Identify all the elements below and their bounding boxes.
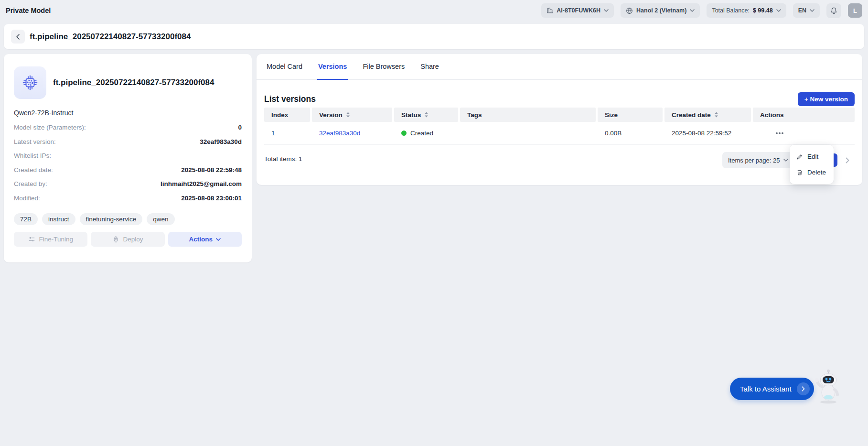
- row-actions-ellipsis-button[interactable]: [774, 130, 785, 137]
- balance-selector[interactable]: Total Balance: $ 99.48: [707, 3, 786, 18]
- assistant-label: Talk to Assistant: [740, 385, 792, 393]
- column-header-actions: Actions: [753, 108, 855, 122]
- new-version-button[interactable]: + New version: [798, 92, 855, 106]
- field-label: Whitelist IPs:: [14, 152, 51, 159]
- topbar: Private Model AI-8T0FUWK6H Hanoi 2 (Viet…: [0, 0, 868, 21]
- tab-model-card[interactable]: Model Card: [266, 54, 303, 80]
- fine-tuning-label: Fine-Tuning: [39, 236, 73, 243]
- region-selector[interactable]: Hanoi 2 (Vietnam): [621, 3, 700, 18]
- model-tag: finetuning-service: [80, 213, 143, 225]
- next-page-button[interactable]: [842, 155, 853, 165]
- tab-versions[interactable]: Versions: [317, 54, 348, 80]
- language-selector[interactable]: EN: [793, 3, 820, 18]
- chevron-right-icon: [797, 382, 810, 395]
- notifications-button[interactable]: [826, 3, 841, 18]
- model-title: ft.pipeline_20250722140827-57733200f084: [53, 78, 214, 87]
- assistant-robot-mascot[interactable]: [812, 367, 844, 406]
- field-label: Created date:: [14, 166, 53, 174]
- globe-icon: [626, 7, 633, 14]
- rocket-icon: [112, 236, 119, 243]
- page-title: Private Model: [6, 7, 51, 14]
- balance-value: $ 99.48: [753, 7, 773, 14]
- sliders-icon: [28, 236, 35, 243]
- model-detail-panel: Model Card Versions File Browsers Share …: [257, 54, 862, 185]
- cell-created-date: 2025-08-08 22:59:52: [664, 130, 751, 137]
- sort-carets-icon[interactable]: [714, 112, 718, 118]
- field-value: 0: [238, 124, 242, 131]
- field-label: Created by:: [14, 180, 47, 187]
- chevron-left-icon: [16, 34, 20, 40]
- cell-version: 32eaf983a30d: [312, 130, 392, 137]
- pencil-icon: [796, 153, 803, 160]
- list-versions-heading: List versions: [264, 94, 316, 104]
- cell-status: Created: [394, 130, 458, 137]
- tab-file-browsers[interactable]: File Browsers: [362, 54, 406, 80]
- fine-tuning-button[interactable]: Fine-Tuning: [14, 232, 87, 247]
- column-header-status[interactable]: Status: [394, 108, 458, 122]
- version-link[interactable]: 32eaf983a30d: [319, 130, 360, 137]
- column-header-created-date[interactable]: Created date: [664, 108, 751, 122]
- items-per-page-label: Items per page: 25: [728, 157, 780, 164]
- menu-item-edit[interactable]: Edit: [790, 149, 834, 164]
- field-row: Whitelist IPs:: [14, 149, 242, 163]
- talk-to-assistant-button[interactable]: Talk to Assistant: [730, 378, 814, 400]
- page: Private Model AI-8T0FUWK6H Hanoi 2 (Viet…: [0, 0, 868, 446]
- chevron-down-icon: [690, 9, 695, 12]
- column-header-version[interactable]: Version: [312, 108, 392, 122]
- model-tag: instruct: [42, 213, 75, 225]
- workspace-selector[interactable]: AI-8T0FUWK6H: [541, 3, 614, 18]
- model-header: ft.pipeline_20250722140827-57733200f084: [14, 66, 242, 99]
- items-per-page-select[interactable]: Items per page: 25: [722, 152, 794, 168]
- table-row: 1 32eaf983a30d Created 0.00B 2025-08-08 …: [264, 122, 855, 145]
- column-header-tags: Tags: [460, 108, 596, 122]
- actions-dropdown-button[interactable]: Actions: [168, 232, 242, 247]
- chevron-down-icon: [783, 159, 788, 162]
- field-value: linhmaiht2025@gmail.com: [161, 180, 242, 187]
- breadcrumb-title: ft.pipeline_20250722140827-57733200f084: [30, 32, 191, 42]
- field-row: Latest version: 32eaf983a30d: [14, 135, 242, 149]
- model-action-buttons: Fine-Tuning Deploy Actions: [14, 232, 242, 247]
- cell-index: 1: [264, 130, 310, 137]
- field-label: Modified:: [14, 195, 40, 202]
- model-summary-card: ft.pipeline_20250722140827-57733200f084 …: [4, 54, 252, 262]
- detail-tabs: Model Card Versions File Browsers Share: [257, 54, 862, 80]
- field-label: Latest version:: [14, 138, 56, 145]
- chevron-down-icon: [604, 9, 609, 12]
- field-value: 2025-08-08 23:00:01: [181, 195, 242, 202]
- cell-actions: [753, 130, 855, 137]
- trash-icon: [796, 169, 803, 176]
- delete-label: Delete: [807, 169, 826, 176]
- building-icon: [547, 7, 553, 14]
- deploy-label: Deploy: [123, 236, 143, 243]
- sort-carets-icon[interactable]: [424, 112, 429, 118]
- versions-table-header: Index Version Status Tags Size C: [264, 108, 855, 122]
- user-avatar[interactable]: L: [848, 3, 862, 18]
- field-row: Created date: 2025-08-08 22:59:48: [14, 163, 242, 177]
- model-tag: qwen: [147, 213, 174, 225]
- field-value: 2025-08-08 22:59:48: [181, 166, 242, 174]
- deploy-button[interactable]: Deploy: [91, 232, 164, 247]
- model-tags: 72B instruct finetuning-service qwen: [14, 213, 242, 225]
- edit-label: Edit: [807, 153, 818, 160]
- field-row: Created by: linhmaiht2025@gmail.com: [14, 177, 242, 191]
- region-label: Hanoi 2 (Vietnam): [636, 7, 686, 14]
- column-header-index: Index: [264, 108, 310, 122]
- menu-item-delete[interactable]: Delete: [790, 164, 834, 180]
- tab-share[interactable]: Share: [419, 54, 440, 80]
- chevron-down-icon: [216, 238, 221, 241]
- field-label: Model size (Parameters):: [14, 124, 86, 131]
- field-row: Modified: 2025-08-08 23:00:01: [14, 191, 242, 206]
- sort-carets-icon[interactable]: [346, 112, 350, 118]
- status-dot: [401, 131, 407, 136]
- bell-icon: [830, 7, 838, 15]
- language-label: EN: [798, 7, 806, 14]
- row-actions-menu: Edit Delete: [790, 145, 834, 184]
- base-model-name: Qwen2-72B-Instruct: [14, 109, 242, 117]
- topbar-controls: AI-8T0FUWK6H Hanoi 2 (Vietnam) Total Bal…: [541, 3, 862, 18]
- back-button[interactable]: [11, 30, 25, 44]
- chevron-right-icon: [846, 157, 849, 163]
- balance-label: Total Balance:: [712, 7, 750, 14]
- model-tag: 72B: [14, 213, 38, 225]
- ai-chip-icon: [14, 66, 46, 99]
- chevron-down-icon: [776, 9, 781, 12]
